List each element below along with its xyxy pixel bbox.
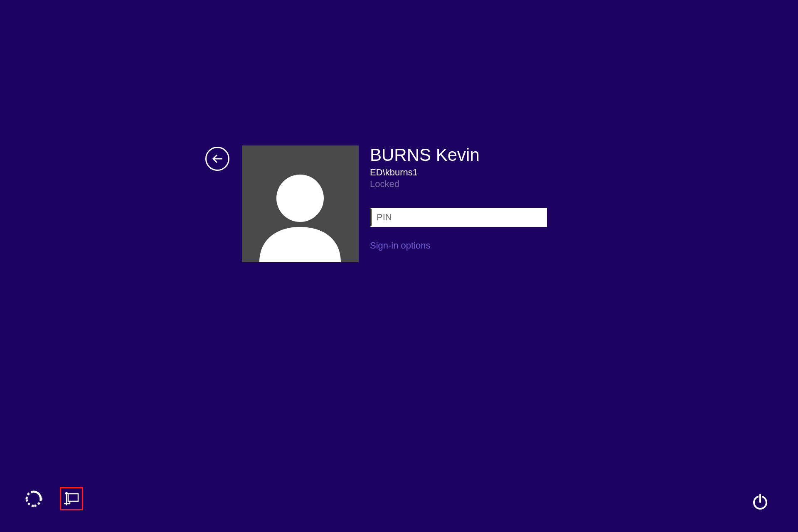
back-button[interactable]	[205, 147, 229, 171]
user-domain-username: ED\kburns1	[370, 167, 547, 178]
signin-options-link[interactable]: Sign-in options	[370, 240, 547, 251]
back-arrow-icon	[212, 154, 223, 164]
user-silhouette-icon	[242, 145, 359, 262]
ease-of-access-icon[interactable]	[25, 490, 42, 507]
lock-status: Locked	[370, 179, 547, 190]
network-button[interactable]	[60, 487, 83, 510]
user-display-name: BURNS Kevin	[370, 145, 547, 165]
svg-point-5	[65, 492, 68, 495]
pin-input[interactable]	[370, 208, 547, 227]
login-container: BURNS Kevin ED\kburns1 Locked Sign-in op…	[205, 145, 547, 262]
user-info-panel: BURNS Kevin ED\kburns1 Locked Sign-in op…	[370, 145, 547, 251]
network-ethernet-icon	[64, 492, 79, 505]
power-button-icon[interactable]	[751, 493, 769, 510]
bottom-left-controls	[25, 487, 83, 510]
svg-rect-3	[68, 494, 78, 501]
svg-point-1	[276, 175, 324, 222]
user-avatar	[242, 145, 359, 262]
